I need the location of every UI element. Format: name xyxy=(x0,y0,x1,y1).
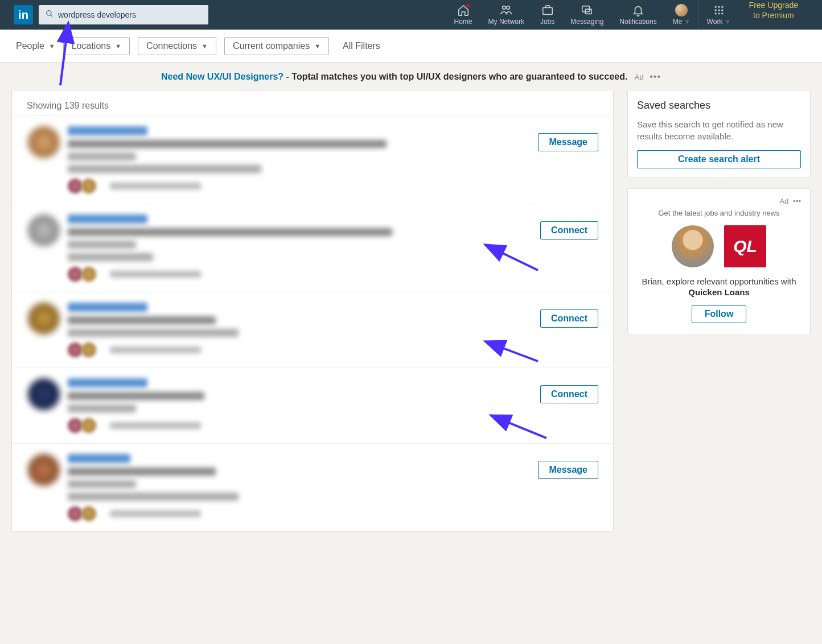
svg-point-10 xyxy=(714,9,716,11)
search-input[interactable] xyxy=(39,5,208,24)
svg-rect-4 xyxy=(542,7,552,14)
avatar xyxy=(675,4,688,16)
nav-network[interactable]: My Network xyxy=(480,0,532,30)
promo-card: Ad ••• Get the latest jobs and industry … xyxy=(627,188,811,335)
ad-link: Need New UX/UI Designers? - xyxy=(161,72,289,81)
result-avatar xyxy=(28,378,60,410)
promo-line1: Brian, explore relevant opportunities wi… xyxy=(637,276,801,286)
nav-label: My Network xyxy=(488,18,524,26)
ad-text: Toptal matches you with top UI/UX design… xyxy=(291,72,627,81)
ad-tag: Ad xyxy=(635,73,644,81)
promo-subtitle: Get the latest jobs and industry news xyxy=(637,209,801,217)
saved-desc: Save this search to get notified as new … xyxy=(637,118,801,142)
filter-people[interactable]: People▼ xyxy=(16,41,55,51)
svg-point-9 xyxy=(721,6,723,8)
nav-work[interactable]: Work ▼ xyxy=(699,0,739,30)
chevron-down-icon: ▼ xyxy=(115,43,121,49)
ad-tag: Ad xyxy=(779,197,788,205)
connect-button[interactable]: Connect xyxy=(540,385,598,403)
bell-icon xyxy=(632,4,644,16)
svg-point-0 xyxy=(47,11,51,15)
result-info xyxy=(68,454,538,521)
message-button[interactable]: Message xyxy=(538,133,598,151)
result-info xyxy=(68,303,540,357)
nav-label: Me ▼ xyxy=(673,18,691,26)
chevron-down-icon: ▼ xyxy=(314,43,320,49)
svg-point-11 xyxy=(718,9,720,11)
follow-button[interactable]: Follow xyxy=(692,305,747,323)
grid-icon xyxy=(713,4,725,16)
svg-point-15 xyxy=(721,13,723,14)
results-column: Showing 139 results Message Connect C xyxy=(11,90,614,532)
notification-dot xyxy=(466,3,470,8)
svg-point-14 xyxy=(718,13,720,14)
nav-messaging[interactable]: Messaging xyxy=(562,0,611,30)
messaging-icon xyxy=(581,4,593,16)
svg-point-12 xyxy=(721,9,723,11)
svg-point-7 xyxy=(714,6,716,8)
result-row[interactable]: Connect xyxy=(12,292,613,368)
svg-line-1 xyxy=(51,15,53,17)
jobs-icon xyxy=(541,4,554,16)
result-avatar xyxy=(28,214,60,246)
more-icon[interactable]: ••• xyxy=(650,72,661,81)
right-sidebar: Saved searches Save this search to get n… xyxy=(627,90,811,532)
result-info xyxy=(68,126,538,193)
nav-label: Jobs xyxy=(540,18,554,26)
linkedin-logo[interactable]: in xyxy=(14,5,33,24)
nav-items: Home My Network Jobs Messaging Notificat… xyxy=(446,0,808,30)
result-row[interactable]: Message xyxy=(12,443,613,531)
chevron-down-icon: ▼ xyxy=(202,43,208,49)
upgrade-link[interactable]: Free Upgrade to Premium xyxy=(739,0,808,30)
filter-locations[interactable]: Locations▼ xyxy=(63,37,130,55)
ad-banner[interactable]: Need New UX/UI Designers? - Toptal match… xyxy=(0,63,822,90)
nav-home[interactable]: Home xyxy=(446,0,480,30)
all-filters[interactable]: All Filters xyxy=(343,41,380,51)
nav-label: Home xyxy=(454,18,472,26)
result-info xyxy=(68,214,540,282)
result-avatar xyxy=(28,126,60,158)
svg-point-2 xyxy=(503,6,506,10)
filter-connections[interactable]: Connections▼ xyxy=(138,37,216,55)
svg-point-8 xyxy=(718,6,720,8)
saved-title: Saved searches xyxy=(637,100,801,112)
create-alert-button[interactable]: Create search alert xyxy=(637,150,801,168)
nav-label: Work ▼ xyxy=(707,18,731,26)
nav-label: Notifications xyxy=(619,18,656,26)
result-row[interactable]: Connect xyxy=(12,368,613,443)
nav-label: Messaging xyxy=(570,18,603,26)
result-avatar xyxy=(28,454,60,486)
chevron-down-icon: ▼ xyxy=(49,43,55,49)
nav-me[interactable]: Me ▼ xyxy=(665,0,698,30)
upgrade-line2: to Premium xyxy=(749,10,798,20)
connect-button[interactable]: Connect xyxy=(540,309,598,328)
promo-logo: QL xyxy=(724,225,766,267)
nav-notifications[interactable]: Notifications xyxy=(611,0,664,30)
promo-line2: Quicken Loans xyxy=(637,287,801,297)
upgrade-line1: Free Upgrade xyxy=(749,0,798,10)
search-container xyxy=(39,5,208,24)
more-icon[interactable]: ••• xyxy=(793,197,801,205)
main-content: Showing 139 results Message Connect C xyxy=(0,90,822,532)
top-nav: in Home My Network Jobs Messaging Notifi… xyxy=(0,0,822,30)
search-icon xyxy=(46,10,54,20)
filter-bar: People▼ Locations▼ Connections▼ Current … xyxy=(0,30,822,63)
result-row[interactable]: Connect xyxy=(12,204,613,292)
filter-companies[interactable]: Current companies▼ xyxy=(224,37,329,55)
network-icon xyxy=(500,4,512,16)
results-count: Showing 139 results xyxy=(12,90,613,115)
connect-button[interactable]: Connect xyxy=(540,221,598,240)
promo-avatar xyxy=(672,225,714,267)
result-info xyxy=(68,378,540,433)
saved-searches-card: Saved searches Save this search to get n… xyxy=(627,90,811,178)
result-avatar xyxy=(28,303,60,335)
svg-point-13 xyxy=(714,13,716,14)
nav-jobs[interactable]: Jobs xyxy=(532,0,562,30)
result-row[interactable]: Message xyxy=(12,115,613,204)
message-button[interactable]: Message xyxy=(538,461,598,479)
svg-point-3 xyxy=(507,6,510,10)
